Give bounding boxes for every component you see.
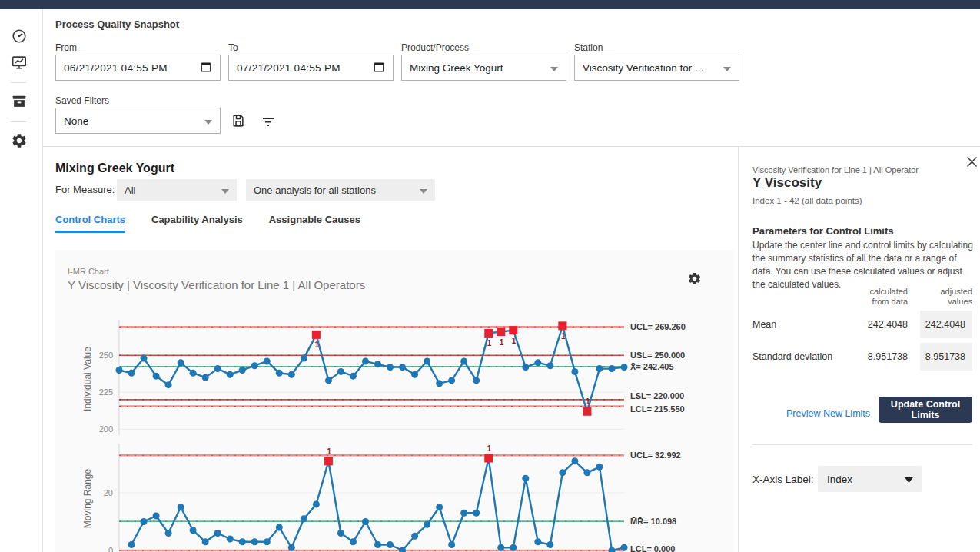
page-title: Process Quality Snapshot — [55, 18, 179, 30]
xaxis-value: Index — [827, 474, 852, 485]
panel-index-range: Index 1 - 42 (all data points) — [752, 196, 862, 205]
save-icon — [231, 118, 246, 131]
svg-text:1: 1 — [487, 339, 492, 347]
svg-text:LCL= 215.550: LCL= 215.550 — [630, 404, 685, 414]
stddev-calculated-value: 8.951738 — [823, 351, 908, 362]
chevron-down-icon — [204, 115, 212, 127]
preview-new-limits-link[interactable]: Preview New Limits — [786, 408, 870, 419]
mean-calculated-value: 242.4048 — [823, 319, 908, 330]
filter-icon — [261, 118, 276, 131]
station-label: Station — [574, 42, 603, 53]
tab-bar: Control Charts Capability Analysis Assig… — [55, 214, 360, 233]
calendar-icon[interactable] — [200, 61, 212, 75]
individuals-chart[interactable]: 200225250Individual ValueUCL= 269.260USL… — [55, 315, 734, 447]
chevron-down-icon — [550, 62, 558, 74]
sidebar-divider — [11, 121, 26, 122]
control-limits-panel: Viscosity Verification for Line 1 | All … — [738, 146, 980, 552]
chevron-down-icon — [420, 185, 427, 196]
to-date-input[interactable]: 07/21/2021 04:55 PM — [228, 55, 394, 81]
charts-monitor-icon — [11, 60, 28, 73]
station-select[interactable]: Viscosity Verification for ... — [574, 55, 739, 81]
settings-gear-icon — [11, 138, 28, 151]
filter-button[interactable] — [261, 114, 276, 129]
chart-settings-button[interactable] — [687, 271, 703, 287]
analysis-mode-select[interactable]: One analysis for all stations — [246, 179, 435, 201]
svg-text:LCL= 0.000: LCL= 0.000 — [630, 544, 675, 552]
mean-label: Mean — [752, 319, 776, 330]
for-measure-label: For Measure: — [55, 184, 115, 195]
chart-type-label: I-MR Chart — [68, 267, 109, 276]
chevron-down-icon — [723, 62, 731, 74]
panel-close-button[interactable] — [966, 156, 978, 168]
tab-control-charts[interactable]: Control Charts — [55, 214, 125, 233]
sidebar-item-charts[interactable] — [11, 54, 29, 72]
gear-icon — [687, 275, 702, 288]
svg-text:1: 1 — [561, 332, 566, 341]
svg-text:USL= 250.000: USL= 250.000 — [630, 351, 685, 360]
sidebar-item-archive[interactable] — [11, 93, 29, 111]
svg-text:1: 1 — [327, 447, 331, 456]
xaxis-select[interactable]: Index — [818, 466, 922, 492]
svg-text:1: 1 — [487, 444, 492, 453]
section-title: Mixing Greek Yogurt — [55, 161, 174, 175]
from-date-value: 06/21/2021 04:55 PM — [64, 62, 168, 74]
chevron-down-icon — [221, 185, 229, 196]
adjusted-column-header: adjusted values — [912, 287, 972, 307]
product-process-select[interactable]: Mixing Greek Yogurt — [401, 55, 566, 81]
measure-value: All — [125, 185, 135, 196]
sidebar-item-settings[interactable] — [11, 132, 29, 151]
saved-filters-label: Saved Filters — [55, 95, 109, 106]
tab-assignable-causes[interactable]: Assignable Causes — [269, 214, 360, 233]
svg-text:200: 200 — [99, 424, 113, 434]
svg-text:UCL= 32.992: UCL= 32.992 — [630, 451, 681, 460]
panel-description: Update the center line and control limit… — [752, 239, 977, 291]
from-date-input[interactable]: 06/21/2021 04:55 PM — [55, 55, 221, 81]
xaxis-label: X-Axis Label: — [752, 474, 814, 485]
to-date-value: 07/21/2021 04:55 PM — [237, 62, 341, 74]
svg-text:UCL= 269.260: UCL= 269.260 — [630, 322, 686, 331]
measure-select[interactable]: All — [117, 179, 237, 201]
stddev-label: Standard deviation — [752, 351, 832, 362]
from-label: From — [55, 42, 77, 53]
panel-section-title: Parameters for Control Limits — [752, 225, 894, 237]
sidebar-item-dashboard[interactable] — [11, 28, 29, 46]
imr-chart-card: I-MR Chart Y Viscosity | Viscosity Verif… — [55, 250, 734, 552]
svg-text:LSL= 220.000: LSL= 220.000 — [630, 391, 684, 401]
update-control-limits-button[interactable]: Update Control Limits — [879, 397, 972, 423]
panel-title: Y Viscosity — [752, 175, 822, 191]
mean-adjusted-input[interactable]: 242.4048 — [920, 311, 972, 338]
top-navigation-bar — [0, 0, 980, 9]
close-icon — [966, 157, 978, 170]
saved-filters-select[interactable]: None — [55, 108, 221, 134]
panel-divider — [752, 444, 972, 445]
svg-text:225: 225 — [99, 387, 113, 397]
chart-title: Y Viscosity | Viscosity Verification for… — [68, 278, 365, 291]
product-process-label: Product/Process — [401, 42, 469, 53]
svg-text:Individual Value: Individual Value — [82, 347, 93, 411]
to-label: To — [228, 42, 238, 53]
archive-box-icon — [11, 99, 28, 112]
svg-text:X̄= 242.405: X̄= 242.405 — [630, 362, 674, 371]
product-process-value: Mixing Greek Yogurt — [410, 62, 503, 74]
dashboard-gauge-icon — [11, 34, 28, 47]
svg-text:1: 1 — [500, 338, 504, 347]
svg-text:Moving Range: Moving Range — [82, 468, 93, 528]
caret-down-icon — [905, 474, 913, 485]
save-filter-button[interactable] — [231, 113, 246, 128]
stddev-adjusted-input[interactable]: 8.951738 — [920, 343, 972, 371]
station-value: Viscosity Verification for ... — [583, 62, 703, 74]
svg-text:M̄R̄= 10.098: M̄R̄= 10.098 — [630, 517, 676, 526]
svg-text:0: 0 — [108, 546, 113, 552]
svg-text:250: 250 — [99, 351, 113, 360]
stddev-adjusted-value: 8.951738 — [925, 351, 965, 362]
moving-range-chart[interactable]: 020Moving RangeUCL= 32.992M̄R̄= 10.098LC… — [55, 440, 734, 552]
sidebar — [0, 9, 43, 552]
tab-capability-analysis[interactable]: Capability Analysis — [151, 214, 243, 233]
svg-text:20: 20 — [104, 488, 113, 497]
calculated-column-header: calculated from data — [831, 287, 908, 307]
svg-text:1: 1 — [512, 337, 517, 345]
calendar-icon[interactable] — [373, 61, 385, 75]
svg-text:1: 1 — [314, 341, 319, 349]
svg-text:1: 1 — [586, 397, 590, 406]
analysis-mode-value: One analysis for all stations — [254, 185, 376, 196]
